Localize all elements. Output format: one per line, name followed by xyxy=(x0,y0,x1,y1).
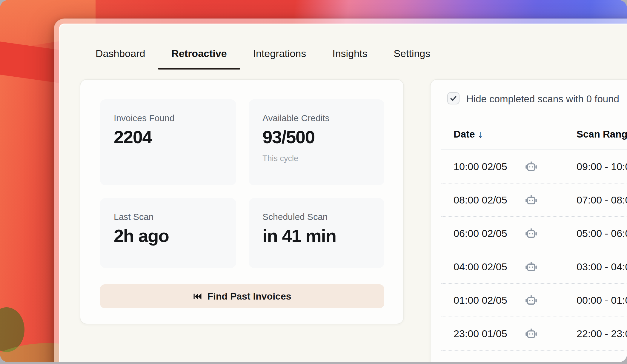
stat-card-scheduled-scan: Scheduled Scan in 41 min xyxy=(249,198,384,268)
robot-icon xyxy=(524,226,538,240)
tab-settings[interactable]: Settings xyxy=(394,39,430,68)
hide-completed-checkbox[interactable] xyxy=(447,92,460,104)
scan-date: 04:00 02/05 xyxy=(454,261,507,273)
scan-date: 23:00 01/05 xyxy=(454,328,507,340)
stats-panel: Invoices Found 2204 Available Credits 93… xyxy=(80,79,404,324)
scan-date: 06:00 02/05 xyxy=(454,228,507,239)
stat-card-available-credits: Available Credits 93/500 This cycle xyxy=(249,99,384,185)
stat-value: 2204 xyxy=(114,127,224,147)
stat-value: 93/500 xyxy=(262,127,372,147)
robot-icon xyxy=(524,159,538,174)
robot-icon xyxy=(524,260,538,274)
robot-icon xyxy=(524,360,538,362)
table-row[interactable]: 06:00 02/05 05:00 - 06:00 xyxy=(441,216,627,250)
robot-icon xyxy=(524,193,538,207)
column-header-date-label: Date xyxy=(454,129,475,140)
rewind-icon xyxy=(193,292,202,300)
check-icon xyxy=(449,94,457,102)
tab-bar: Dashboard Retroactive Integrations Insig… xyxy=(96,39,430,68)
table-row[interactable]: 22:00 01/05 21:00 - 22:00 xyxy=(441,350,627,362)
scan-date: 08:00 02/05 xyxy=(454,194,507,206)
tab-integrations[interactable]: Integrations xyxy=(253,39,306,68)
robot-icon xyxy=(524,293,538,307)
stat-label: Invoices Found xyxy=(114,113,224,123)
wallpaper-leaf-blob xyxy=(0,307,24,352)
table-row[interactable]: 08:00 02/05 07:00 - 08:00 xyxy=(441,183,627,216)
scan-date: 01:00 02/05 xyxy=(454,294,507,306)
find-past-invoices-label: Find Past Invoices xyxy=(208,291,291,302)
tab-retroactive[interactable]: Retroactive xyxy=(171,39,227,68)
table-row[interactable]: 23:00 01/05 22:00 - 23:00 xyxy=(441,317,627,350)
table-row[interactable]: 10:00 02/05 09:00 - 10:00 xyxy=(441,150,627,183)
scan-date: 22:00 01/05 xyxy=(454,361,507,363)
scan-range: 00:00 - 01:00 xyxy=(577,294,627,306)
stat-label: Scheduled Scan xyxy=(262,212,372,222)
stat-label: Available Credits xyxy=(262,113,372,123)
sort-down-icon: ↓ xyxy=(478,129,483,140)
column-header-scan-range: Scan Range xyxy=(577,127,627,141)
hide-completed-label[interactable]: Hide completed scans with 0 found xyxy=(466,92,619,106)
stat-value: 2h ago xyxy=(114,226,224,246)
scan-range: 03:00 - 04:00 xyxy=(577,261,627,273)
scan-range: 07:00 - 08:00 xyxy=(577,194,627,206)
scan-range: 05:00 - 06:00 xyxy=(577,228,627,239)
stat-label: Last Scan xyxy=(114,212,224,222)
table-row[interactable]: 04:00 02/05 03:00 - 04:00 xyxy=(441,250,627,283)
scan-rows: 10:00 02/05 09:00 - 10:00 08:00 02/05 07… xyxy=(441,150,627,362)
scan-range: 21:00 - 22:00 xyxy=(577,361,627,363)
scan-range: 22:00 - 23:00 xyxy=(577,328,627,340)
desktop-screen: Dashboard Retroactive Integrations Insig… xyxy=(0,0,627,362)
tab-insights[interactable]: Insights xyxy=(332,39,367,68)
column-header-date[interactable]: Date↓ xyxy=(454,127,483,141)
find-past-invoices-button[interactable]: Find Past Invoices xyxy=(100,284,384,308)
scan-date: 10:00 02/05 xyxy=(454,161,507,172)
stat-value: in 41 min xyxy=(262,226,372,246)
tab-dashboard[interactable]: Dashboard xyxy=(96,39,145,68)
scans-panel: Hide completed scans with 0 found Date↓ … xyxy=(430,79,627,362)
stat-note: This cycle xyxy=(262,154,372,163)
robot-icon xyxy=(524,326,538,341)
stat-card-invoices-found: Invoices Found 2204 xyxy=(100,99,236,185)
scan-range: 09:00 - 10:00 xyxy=(577,161,627,172)
stat-card-last-scan: Last Scan 2h ago xyxy=(100,198,236,268)
table-row[interactable]: 01:00 02/05 00:00 - 01:00 xyxy=(441,283,627,317)
